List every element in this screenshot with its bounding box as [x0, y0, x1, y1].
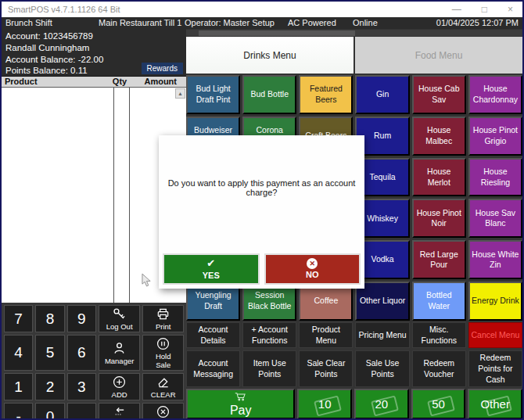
numpad-key[interactable]: -	[4, 403, 33, 420]
eraser-icon	[156, 375, 170, 389]
menu-item[interactable]: House Pinot Noir	[412, 199, 466, 238]
title-bar: SmartPOS v4.7.1.1126 64 Bit — □ ×	[2, 2, 522, 17]
numpad-key[interactable]: 9	[67, 305, 96, 332]
pricing-menu-button[interactable]: Pricing Menu	[355, 322, 409, 348]
quick-pay-50-button[interactable]: 50	[411, 389, 466, 419]
print-button[interactable]: Print	[142, 305, 184, 332]
numpad-key[interactable]: 1	[4, 373, 33, 400]
window-title: SmartPOS v4.7.1.1126 64 Bit	[8, 5, 120, 14]
quick-pay-other-button[interactable]: Other	[468, 389, 522, 419]
status-bar: Brunch Shift Main Restaurant Till 1 Oper…	[2, 17, 522, 29]
numpad-key[interactable]: 4	[4, 335, 33, 371]
menu-item[interactable]: House Cab Sav	[412, 75, 466, 114]
column-divider	[129, 88, 130, 303]
add-button[interactable]: ADD	[99, 373, 141, 400]
person-icon	[112, 341, 127, 356]
menu-item[interactable]: Red Large Pour	[412, 240, 466, 279]
pause-icon	[156, 336, 170, 351]
product-menu-button[interactable]: Product Menu	[299, 322, 353, 348]
misc-functions-button[interactable]: Misc. Functions	[412, 322, 466, 348]
key-icon	[112, 307, 127, 321]
menu-item[interactable]: Gin	[355, 75, 409, 114]
menu-item[interactable]: House Pinot Grigio	[468, 117, 522, 156]
manager-button[interactable]: Manager	[99, 335, 141, 371]
cancel-menu-button[interactable]: Cancel Menu	[468, 322, 522, 348]
menu-item[interactable]: Energy Drink	[468, 282, 522, 321]
pay-button[interactable]: Pay	[186, 389, 295, 419]
maximize-icon[interactable]: □	[482, 4, 487, 15]
menu-item[interactable]: Bud Bottle	[242, 75, 296, 114]
column-header-amount: Amount	[144, 77, 177, 86]
printer-icon	[156, 307, 170, 321]
column-divider	[113, 88, 114, 303]
check-icon: ✔	[206, 258, 215, 269]
item-use-points-button[interactable]: Item Use Points	[242, 350, 296, 387]
menu-tabs: Drinks Menu Food Menu	[186, 37, 522, 74]
sale-clear-points-button[interactable]: Sale Clear Points	[299, 350, 353, 387]
strip-segment	[199, 31, 355, 36]
numpad-key[interactable]: 2	[35, 373, 64, 400]
till-label: Main Restaurant Till 1	[99, 18, 181, 27]
numpad-key[interactable]: .	[67, 403, 96, 420]
shift-label: Brunch Shift	[5, 18, 52, 27]
numpad-key[interactable]: 6	[67, 335, 96, 371]
scroll-up-icon[interactable]: ▲	[175, 88, 185, 99]
minimize-icon[interactable]: —	[452, 4, 461, 15]
close-icon[interactable]: ×	[508, 4, 513, 15]
menu-item[interactable]: House Merlot	[412, 158, 466, 197]
circle-x-icon: ✕	[307, 258, 318, 269]
tab-food-menu[interactable]: Food Menu	[355, 37, 522, 74]
confirm-dialog: Do you want to apply this payment as an …	[159, 135, 364, 289]
menu-item[interactable]: Bud Light Draft Pint	[186, 75, 240, 114]
column-header-qty: Qty	[108, 77, 131, 86]
cancel-icon	[156, 404, 170, 419]
quick-pay-10-button[interactable]: 10	[297, 389, 352, 419]
hold-sale-button[interactable]: Hold Sale	[142, 335, 184, 371]
power-status: AC Powered	[288, 18, 336, 27]
account-info: Account: 1023456789 Randall Cunningham A…	[2, 29, 186, 76]
top-strip	[186, 30, 522, 36]
numpad-key[interactable]: 8	[35, 305, 64, 332]
function-grid: Account Details + Account Functions Prod…	[186, 322, 522, 387]
redeem-points-cash-button[interactable]: Redeem Points for Cash	[468, 350, 522, 387]
account-name: Randall Cunningham	[5, 42, 186, 54]
account-functions-button[interactable]: + Account Functions	[242, 322, 296, 348]
account-messaging-button[interactable]: Account Messaging	[186, 350, 240, 387]
payment-row: Pay 10 20 50 Other	[186, 389, 522, 418]
dialog-message: Do you want to apply this payment as an …	[165, 178, 358, 197]
menu-item[interactable]: House Malbec	[412, 117, 466, 156]
quick-pay-20-button[interactable]: 20	[354, 389, 409, 419]
app-window: SmartPOS v4.7.1.1126 64 Bit — □ × Brunch…	[0, 0, 524, 420]
yes-button[interactable]: ✔ YES	[163, 253, 260, 285]
menu-item[interactable]: Featured Beers	[299, 75, 353, 114]
menu-item[interactable]: Bottled Water	[412, 282, 466, 321]
clear-button[interactable]: CLEAR	[142, 373, 184, 400]
numpad-key[interactable]: 0	[35, 403, 64, 420]
tab-drinks-menu[interactable]: Drinks Menu	[186, 37, 354, 74]
account-details-button[interactable]: Account Details	[186, 322, 240, 348]
numpad-key[interactable]: 5	[35, 335, 64, 371]
menu-item[interactable]: House Sav Blanc	[468, 199, 522, 238]
numpad: 7 8 9 Log Out Print 4 5	[2, 303, 186, 418]
connection-status: Online	[353, 18, 378, 27]
menu-item[interactable]: House Chardonnay	[468, 75, 522, 114]
cancel-button[interactable]: CANCEL	[142, 403, 184, 420]
logout-button[interactable]: Log Out	[99, 305, 141, 332]
return-icon	[112, 404, 127, 419]
menu-item[interactable]: House White Zin	[468, 240, 522, 279]
no-button[interactable]: ✕ NO	[264, 253, 361, 285]
sale-use-points-button[interactable]: Sale Use Points	[355, 350, 409, 387]
return-button[interactable]: RETURN	[99, 403, 141, 420]
column-header-product: Product	[5, 77, 38, 86]
menu-item[interactable]: House Riesling	[468, 158, 522, 197]
cart-icon	[235, 391, 247, 404]
numpad-key[interactable]: 3	[67, 373, 96, 400]
receipt-header: Product Qty Amount	[2, 76, 186, 88]
numpad-key[interactable]: 7	[4, 305, 33, 332]
plus-icon	[112, 375, 127, 389]
rewards-button[interactable]: Rewards	[142, 63, 183, 74]
operator-label: Operator: Master Setup	[185, 18, 275, 27]
account-number: Account: 1023456789	[5, 31, 186, 42]
datetime-label: 01/04/2025 12:07 PM	[436, 18, 519, 27]
redeem-voucher-button[interactable]: Redeem Voucher	[412, 350, 466, 387]
